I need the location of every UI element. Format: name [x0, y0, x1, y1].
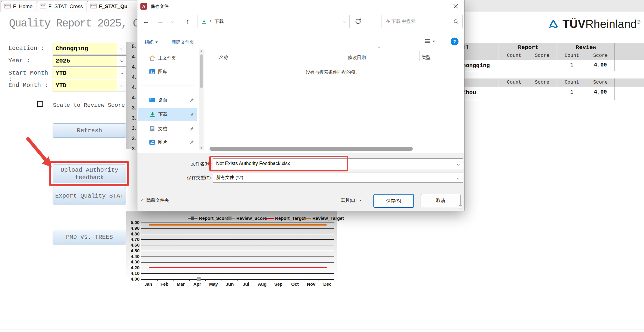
access-app-icon: A — [140, 3, 147, 10]
sidebar-item-home[interactable]: 主文件夹 — [138, 51, 197, 65]
chevron-down-icon[interactable] — [117, 80, 126, 91]
pmd-vs-trees-button[interactable]: PMD vs. TREES — [53, 230, 126, 244]
pmd-button-label: PMD vs. TREES — [66, 233, 113, 241]
end-month-combobox[interactable]: YTD — [53, 80, 126, 91]
screen: F_Home F_STAT_Cross F_STAT_Qu Quality Re… — [0, 0, 644, 332]
refresh-icon[interactable] — [354, 18, 362, 26]
cancel-button[interactable]: 取消 — [421, 194, 461, 207]
table-divider — [557, 78, 557, 100]
chevron-down-icon[interactable] — [117, 43, 126, 54]
axis-tick: 3. — [126, 146, 136, 152]
review-target-line — [149, 224, 327, 226]
location-value: Chongqing — [56, 45, 88, 52]
scale-to-review-checkbox[interactable] — [37, 101, 43, 107]
refresh-button[interactable]: Refresh — [53, 123, 126, 138]
home-icon — [149, 55, 155, 61]
filename-highlight-box — [209, 156, 348, 171]
year-combobox[interactable]: 2025 — [53, 55, 126, 67]
tuv-triangle-icon — [548, 15, 558, 33]
tab-label: F_STAT_Qu — [99, 4, 127, 10]
x-tick: Jun — [222, 281, 238, 287]
search-icon[interactable] — [453, 19, 459, 24]
sidebar-item-label: 桌面 — [158, 97, 167, 103]
new-folder-button[interactable]: 新建文件夹 — [172, 39, 194, 45]
hide-folders-toggle[interactable]: 隐藏文件夹 — [142, 198, 169, 203]
x-tick: Oct — [287, 281, 303, 287]
legend-label: Review_Score — [236, 216, 267, 221]
report-group-header: Report — [500, 44, 556, 51]
help-icon[interactable]: ? — [451, 38, 458, 45]
close-button[interactable] — [450, 2, 461, 11]
tab-label: F_STAT_Cross — [48, 4, 83, 10]
resize-grip[interactable] — [459, 205, 460, 206]
start-month-combobox[interactable]: YTD — [53, 68, 126, 79]
start-month-value: YTD — [56, 70, 66, 77]
x-tick: Jul — [238, 281, 254, 287]
address-bar[interactable]: › 下载 — [198, 15, 350, 28]
breadcrumb-location[interactable]: 下载 — [215, 19, 224, 24]
sidebar-item-downloads[interactable]: 下载 — [138, 108, 197, 121]
address-dropdown-chevron[interactable] — [343, 20, 346, 23]
subheader-count: Count — [500, 80, 528, 85]
savetype-combobox[interactable]: 所有文件 (*.*) — [213, 173, 463, 183]
tab-f-stat-quality[interactable]: F_STAT_Qu — [87, 1, 146, 12]
scroll-up-arrow[interactable] — [200, 50, 203, 52]
location-label: Location : — [8, 45, 52, 51]
table-divider — [499, 78, 499, 100]
scroll-down-arrow[interactable] — [200, 147, 203, 149]
up-button[interactable]: ↑ — [183, 17, 192, 25]
scrollbar-thumb[interactable] — [200, 54, 203, 88]
column-header-type[interactable]: 类型 — [422, 55, 431, 60]
table-divider — [615, 43, 615, 71]
logo-rheinland-text: Rheinland — [585, 18, 637, 30]
start-month-label: Start Month : — [8, 70, 53, 82]
registered-mark: ® — [637, 20, 640, 25]
filename-label: 文件名(N): — [155, 161, 212, 167]
legend-report-target: Report_Target — [264, 216, 305, 221]
subheader-score: Score — [529, 53, 556, 58]
sidebar-scrollbar[interactable] — [199, 49, 204, 150]
tab-f-stat-cross[interactable]: F_STAT_Cross — [36, 1, 89, 12]
sidebar-divider — [141, 85, 195, 85]
y-tick: 4.20 — [126, 265, 140, 270]
chevron-down-icon[interactable] — [457, 177, 460, 180]
chevron-down-icon[interactable] — [117, 56, 126, 66]
subheader-count: Count — [500, 53, 528, 58]
end-month-value: YTD — [56, 82, 66, 89]
sidebar-item-documents[interactable]: 文档 — [138, 122, 197, 135]
x-tick: Nov — [303, 281, 319, 287]
x-tick: Feb — [157, 281, 172, 287]
x-tick: Dec — [320, 281, 335, 287]
pin-icon — [190, 140, 194, 144]
upload-highlight-box — [49, 161, 129, 186]
export-quality-stat-button[interactable]: Export Quality STAT — [53, 187, 126, 204]
x-tick: Jan — [140, 281, 156, 287]
organize-label: 组织 — [145, 39, 154, 45]
chevron-down-icon[interactable] — [117, 68, 126, 79]
column-header-modified[interactable]: 修改日期 — [348, 55, 366, 60]
report-target-line — [149, 267, 327, 268]
recent-locations-chevron[interactable] — [171, 20, 174, 23]
view-options[interactable] — [425, 39, 435, 44]
column-header-name[interactable]: 名称 — [219, 55, 228, 60]
sidebar-item-desktop[interactable]: 桌面 — [138, 94, 197, 107]
save-button[interactable]: 保存(S) — [373, 194, 414, 208]
search-input[interactable]: 在 下载 中搜索 — [382, 15, 463, 28]
chevron-down-icon[interactable] — [457, 163, 460, 166]
sidebar-item-gallery[interactable]: 图库 — [138, 65, 197, 78]
forward-button[interactable]: → — [156, 17, 165, 25]
axis-tick: 3. — [126, 115, 136, 121]
organize-menu[interactable]: 组织 — [145, 39, 158, 45]
back-button[interactable]: ← — [142, 17, 151, 25]
x-tick: May — [206, 281, 221, 287]
horizontal-scrollbar[interactable] — [210, 147, 413, 151]
x-tick: Sep — [271, 281, 286, 287]
table-row-name: hongqing — [462, 62, 490, 69]
save-file-dialog: A 保存文件 ← → ↑ › 下载 在 下载 中搜索 组织 — [137, 0, 465, 211]
tab-f-home[interactable]: F_Home — [1, 1, 38, 12]
tools-menu[interactable]: 工具(L) — [341, 198, 362, 203]
review-count-cell: 1 — [558, 62, 586, 68]
save-button-label: 保存(S) — [386, 198, 401, 204]
sidebar-item-pictures[interactable]: 图片 — [138, 136, 197, 149]
location-combobox[interactable]: Chongqing — [53, 43, 126, 54]
